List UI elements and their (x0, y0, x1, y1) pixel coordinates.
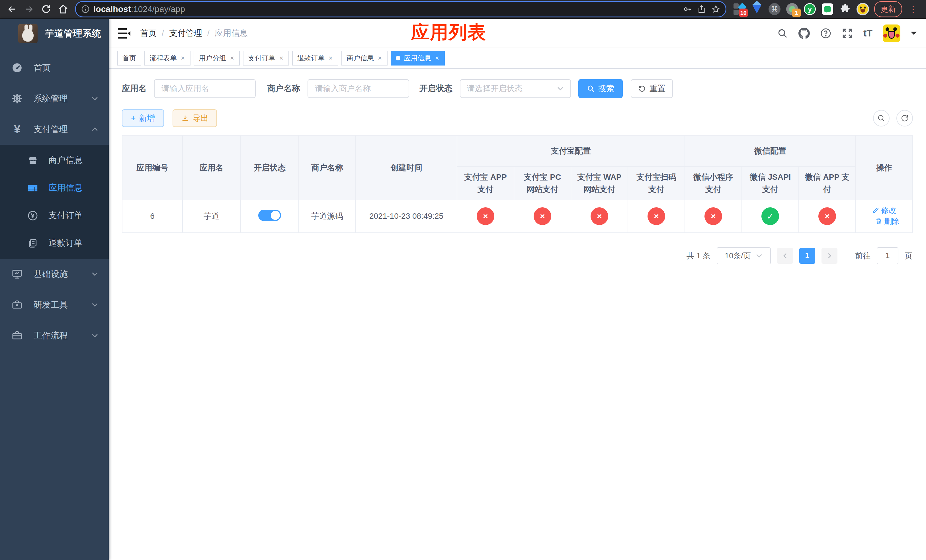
col-app-id: 应用编号 (122, 135, 183, 200)
url-bar[interactable]: localhost:1024/pay/app (76, 2, 726, 17)
tab-app-info[interactable]: 应用信息× (391, 51, 445, 65)
close-icon[interactable]: × (180, 54, 185, 62)
breadcrumb-home[interactable]: 首页 (140, 28, 157, 39)
app-name-input[interactable] (154, 79, 256, 98)
close-icon[interactable]: × (434, 54, 440, 62)
font-size-icon[interactable]: tT (863, 28, 873, 39)
sidebar-item-payment-orders[interactable]: 支付订单 (0, 202, 109, 229)
cell-alipay-pc-status: × (514, 200, 571, 233)
extensions-puzzle-icon[interactable] (839, 3, 851, 15)
tab-merchant-info[interactable]: 商户信息× (341, 51, 387, 65)
share-icon[interactable] (697, 5, 706, 14)
status-toggle[interactable] (258, 210, 281, 221)
fullscreen-icon[interactable] (842, 28, 853, 39)
sidebar-item-merchant-info[interactable]: 商户信息 (0, 147, 109, 174)
add-button[interactable]: + 新增 (122, 109, 164, 127)
col-group-wechat: 微信配置 (685, 135, 856, 166)
goto-page-input[interactable] (877, 247, 899, 264)
grid-icon (27, 183, 38, 194)
sidebar-item-dev-tools[interactable]: 研发工具 (0, 289, 109, 320)
chevron-down-icon (91, 332, 98, 339)
close-icon[interactable]: × (230, 54, 235, 62)
reload-icon[interactable] (39, 2, 53, 17)
col-wechat-app: 微信 APP 支付 (799, 166, 856, 200)
chevron-down-icon (91, 301, 98, 309)
search-button[interactable]: 搜索 (578, 79, 623, 98)
toolbox-icon (11, 299, 23, 310)
status-label: 开启状态 (419, 83, 452, 94)
bookmark-star-icon[interactable] (711, 5, 720, 14)
col-alipay-app: 支付宝 APP 支付 (457, 166, 514, 200)
storefront-icon (27, 155, 38, 166)
refresh-button[interactable] (896, 110, 913, 127)
search-form: 应用名 商户名称 开启状态 请选择开启状态 搜索 重置 (122, 79, 913, 98)
chevron-down-icon (91, 270, 98, 278)
tab-process-form[interactable]: 流程表单× (144, 51, 191, 65)
delete-button[interactable]: 删除 (875, 216, 900, 227)
table-toolbar: + 新增 导出 (122, 109, 913, 127)
export-button[interactable]: 导出 (172, 109, 217, 127)
cell-alipay-wap-status: × (571, 200, 628, 233)
reset-button[interactable]: 重置 (631, 79, 673, 98)
proxy-extension-icon[interactable]: 1 (786, 3, 799, 15)
sidebar-item-home[interactable]: 首页 (0, 52, 109, 83)
help-icon[interactable] (820, 28, 831, 39)
edit-button[interactable]: 修改 (872, 205, 896, 216)
sidebar-item-payment[interactable]: ¥ 支付管理 (0, 114, 109, 145)
close-icon[interactable]: × (279, 54, 284, 62)
emoji-extension-icon[interactable] (856, 3, 869, 15)
sidebar-item-workflow[interactable]: 工作流程 (0, 320, 109, 351)
chevron-down-icon (755, 252, 763, 259)
extension-badge: 10 (739, 9, 748, 17)
next-page-button[interactable] (822, 248, 837, 264)
home-icon[interactable] (56, 2, 71, 17)
browser-menu-icon[interactable]: ⋮ (907, 4, 919, 14)
breadcrumb-payment[interactable]: 支付管理 (169, 28, 202, 39)
forward-icon[interactable] (22, 2, 36, 17)
tab-home[interactable]: 首页 (117, 51, 141, 65)
yen-circle-icon (27, 210, 38, 221)
col-alipay-pc: 支付宝 PC 网站支付 (514, 166, 571, 200)
back-icon[interactable] (5, 2, 20, 17)
sidebar-item-infrastructure[interactable]: 基础设施 (0, 259, 109, 289)
page-title-annotation: 应用列表 (411, 20, 486, 45)
tab-refund-orders[interactable]: 退款订单× (292, 51, 338, 65)
tags-view: 首页 流程表单× 用户分组× 支付订单× 退款订单× 商户信息× 应用信息× (109, 48, 926, 69)
active-tab-dot (396, 56, 400, 61)
status-cross-icon: × (534, 207, 551, 225)
merchant-name-input[interactable] (307, 79, 409, 98)
command-extension-icon[interactable]: ⌘ (768, 3, 781, 15)
prev-page-button[interactable] (777, 248, 793, 264)
tab-user-group[interactable]: 用户分组× (194, 51, 240, 65)
sidebar-fold-icon[interactable] (118, 28, 130, 39)
browser-update-button[interactable]: 更新 (874, 1, 902, 17)
page-size-select[interactable]: 10条/页 (717, 247, 771, 264)
sidebar-item-app-info[interactable]: 应用信息 (0, 174, 109, 202)
status-select[interactable]: 请选择开启状态 (460, 79, 571, 98)
toolbox-icon (11, 330, 23, 341)
current-page[interactable]: 1 (799, 248, 815, 264)
kite-extension-icon[interactable] (750, 3, 763, 15)
user-avatar[interactable] (883, 24, 900, 42)
app-logo-row[interactable]: 芋道管理系统 (0, 19, 109, 48)
password-key-icon[interactable] (683, 5, 692, 14)
toggle-search-button[interactable] (873, 110, 890, 127)
sidebar-item-system[interactable]: 系统管理 (0, 83, 109, 114)
yen-icon: ¥ (11, 124, 23, 135)
search-icon[interactable] (777, 28, 788, 39)
col-create-time: 创建时间 (356, 135, 457, 200)
cell-app-name: 芋道 (183, 200, 241, 233)
pinned-tabs-extension-icon[interactable]: 10 (733, 3, 746, 15)
github-icon[interactable] (799, 28, 810, 39)
close-icon[interactable]: × (377, 54, 383, 62)
chevron-down-icon (91, 95, 98, 102)
y-extension-icon[interactable]: y (803, 3, 816, 15)
chat-extension-icon[interactable] (821, 3, 834, 15)
site-info-icon[interactable] (81, 5, 90, 14)
plus-icon: + (131, 114, 136, 123)
tab-payment-orders[interactable]: 支付订单× (243, 51, 289, 65)
caret-down-icon[interactable] (911, 32, 917, 38)
close-icon[interactable]: × (328, 54, 333, 62)
sidebar-item-refund-orders[interactable]: 退款订单 (0, 229, 109, 257)
app-title: 芋道管理系统 (45, 27, 101, 40)
